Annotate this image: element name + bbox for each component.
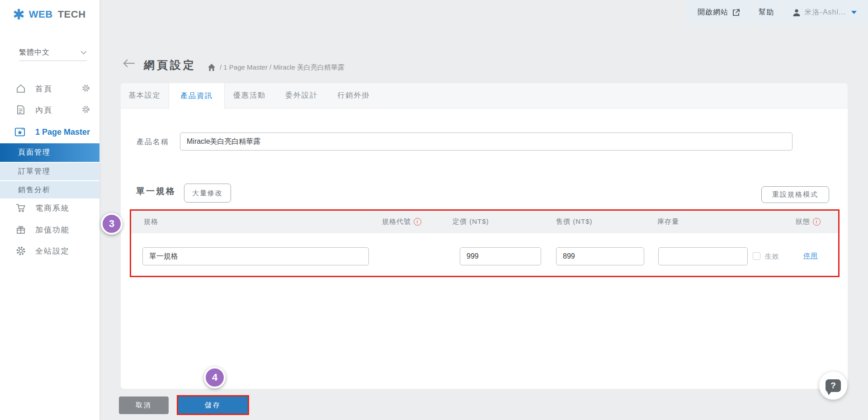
tab-label: 產品資訊 [180, 91, 213, 101]
column-header-spec-code: 規格代號 [382, 217, 421, 226]
sidebar-item-addons[interactable]: 加值功能 [0, 219, 99, 240]
chevron-down-icon [80, 51, 87, 55]
sidebar-item-ecommerce[interactable]: 電商系統 [0, 198, 99, 218]
sidebar-item-inner-pages[interactable]: 內頁 [0, 99, 99, 120]
brand-logo: ✱ WEB TECH [13, 7, 86, 22]
tab-label: 委外設計 [285, 91, 318, 100]
gear-icon[interactable] [81, 105, 91, 115]
disable-link[interactable]: 停用 [803, 252, 818, 260]
spec-name-input[interactable] [142, 247, 369, 265]
gear-icon[interactable] [81, 84, 91, 94]
tab-label: 優惠活動 [233, 91, 266, 100]
sidebar-subitem-label: 訂單管理 [18, 167, 51, 176]
info-icon[interactable] [813, 218, 821, 226]
brand-name-secondary: TECH [58, 9, 86, 20]
user-name-label: 米洛-Ashl... [805, 8, 846, 17]
sidebar-item-label: 內頁 [35, 105, 52, 115]
tab-marketing-plugins[interactable]: 行銷外掛 [328, 83, 380, 108]
product-name-label: 產品名稱 [137, 137, 169, 147]
asterisk-logo-icon: ✱ [13, 7, 25, 22]
sidebar-item-home[interactable]: 首頁 [0, 78, 99, 99]
sidebar-item-1-page-master[interactable]: 1 Page Master [0, 122, 99, 142]
open-website-button[interactable]: 開啟網站 [686, 0, 752, 25]
cancel-button[interactable]: 取消 [119, 396, 169, 414]
question-bubble-icon: ? [826, 379, 841, 392]
column-label: 售價 (NT$) [556, 217, 593, 226]
back-button[interactable] [122, 58, 137, 69]
sidebar-item-label: 電商系統 [35, 203, 70, 213]
sidebar-subitem-label: 銷售分析 [18, 185, 51, 195]
help-menu-button[interactable]: 幫助 [754, 0, 778, 25]
sidebar-subitem-page-management[interactable]: 頁面管理 [0, 143, 99, 162]
list-price-input[interactable] [460, 247, 541, 265]
column-label: 定價 (NT$) [453, 217, 489, 226]
sidebar-item-label: 1 Page Master [35, 127, 90, 137]
settings-card: 基本設定 產品資訊 優惠活動 委外設計 行銷外掛 產品名稱 單一規格 大量修改 … [121, 83, 848, 389]
reset-spec-mode-button[interactable]: 重設規格模式 [761, 186, 829, 203]
tab-label: 行銷外掛 [338, 91, 370, 100]
star-window-icon [14, 127, 25, 137]
gift-icon [15, 224, 26, 235]
tab-outsourced-design[interactable]: 委外設計 [275, 83, 328, 108]
stock-input[interactable] [658, 247, 748, 265]
user-menu[interactable]: 米洛-Ashl... [781, 0, 868, 25]
gear-icon [15, 245, 26, 256]
tab-bar: 基本設定 產品資訊 優惠活動 委外設計 行銷外掛 [121, 83, 848, 109]
sidebar: ✱ WEB TECH 繁體中文 首頁 內頁 [0, 0, 99, 420]
tab-basic-settings[interactable]: 基本設定 [121, 83, 169, 108]
language-selector[interactable]: 繁體中文 [19, 44, 87, 61]
spec-section-title: 單一規格 [136, 185, 176, 197]
help-label: 幫助 [759, 8, 774, 17]
caret-down-icon [851, 11, 857, 14]
column-label: 規格 [144, 217, 158, 226]
column-header-spec: 規格 [144, 217, 158, 226]
tab-promotions[interactable]: 優惠活動 [224, 83, 275, 108]
column-header-list-price: 定價 (NT$) [453, 217, 489, 226]
sale-price-input[interactable] [556, 247, 644, 265]
tab-label: 基本設定 [128, 91, 161, 100]
annotation-step-3-badge: 3 [101, 213, 123, 235]
column-header-status: 狀態 [796, 217, 821, 226]
info-icon[interactable] [414, 218, 421, 226]
column-label: 庫存量 [657, 217, 679, 226]
page-title: 網頁設定 [144, 58, 196, 72]
annotation-step-4-badge: 4 [204, 367, 226, 388]
user-icon [792, 8, 801, 17]
bulk-edit-button[interactable]: 大量修改 [184, 184, 231, 203]
column-label: 狀態 [796, 217, 810, 226]
sidebar-item-label: 首頁 [35, 84, 52, 94]
sidebar-subitem-label: 頁面管理 [18, 148, 51, 157]
tab-product-info[interactable]: 產品資訊 [169, 83, 225, 109]
language-selected-label: 繁體中文 [19, 48, 50, 57]
sidebar-subitem-sales-analysis[interactable]: 銷售分析 [0, 181, 99, 198]
status-active-checkbox[interactable] [753, 252, 760, 260]
external-link-icon [732, 9, 740, 17]
status-checkbox-label: 生效 [765, 252, 779, 261]
app-root: ✱ WEB TECH 繁體中文 首頁 內頁 [0, 0, 868, 420]
document-icon [15, 104, 26, 115]
cart-icon [15, 203, 26, 213]
home-icon [15, 83, 26, 94]
column-header-sale-price: 售價 (NT$) [556, 217, 593, 226]
sidebar-item-site-settings[interactable]: 全站設定 [0, 241, 99, 261]
open-website-label: 開啟網站 [698, 8, 728, 17]
spec-table-highlighted: 規格 規格代號 定價 (NT$) 售價 (NT$) 庫存量 狀態 [130, 209, 840, 277]
sidebar-subitem-order-management[interactable]: 訂單管理 [0, 163, 99, 180]
save-button-highlighted[interactable]: 儲存 [177, 395, 249, 415]
breadcrumb-path[interactable]: / 1 Page Master / Miracle 美白亮白精華露 [220, 63, 344, 72]
column-label: 規格代號 [382, 217, 411, 226]
sidebar-item-label: 加值功能 [35, 225, 70, 235]
column-header-stock: 庫存量 [657, 217, 679, 226]
product-name-input[interactable] [180, 132, 793, 151]
home-icon[interactable] [207, 63, 216, 72]
brand-name-primary: WEB [29, 9, 53, 20]
sidebar-item-label: 全站設定 [35, 246, 70, 256]
breadcrumb[interactable]: / 1 Page Master / Miracle 美白亮白精華露 [207, 63, 344, 72]
spec-table-header: 規格 規格代號 定價 (NT$) 售價 (NT$) 庫存量 狀態 [131, 211, 838, 233]
help-fab-button[interactable]: ? [819, 372, 847, 400]
